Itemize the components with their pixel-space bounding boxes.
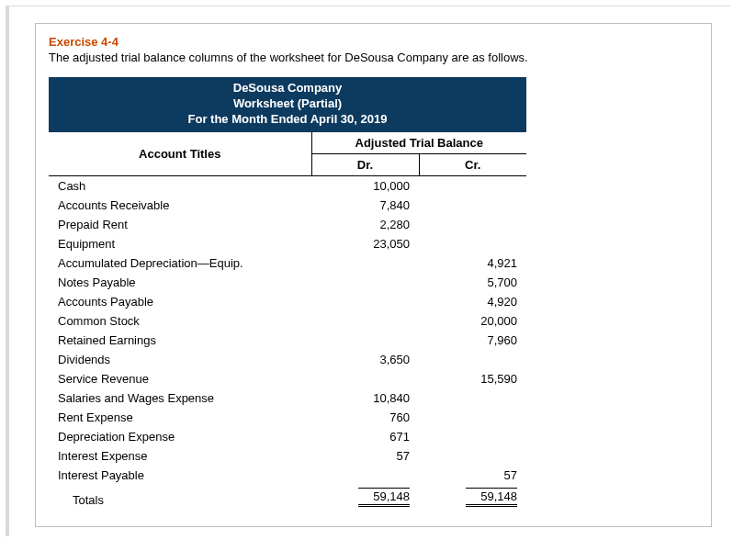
account-title-cell: Depreciation Expense	[49, 427, 311, 446]
table-row: Accounts Payable4,920	[49, 292, 526, 311]
dr-cell: 23,050	[311, 234, 419, 253]
dr-cell: 57	[311, 446, 419, 466]
cr-cell	[419, 388, 526, 408]
account-title-cell: Interest Expense	[49, 446, 311, 466]
dr-cell	[311, 292, 419, 311]
table-row: Prepaid Rent2,280	[49, 215, 526, 234]
exercise-panel: Exercise 4-4 The adjusted trial balance …	[35, 23, 712, 527]
cr-cell	[419, 446, 526, 466]
dr-cell	[311, 369, 419, 388]
cr-cell	[419, 234, 526, 253]
trial-balance-table-wrap: DeSousa Company Worksheet (Partial) For …	[49, 77, 526, 510]
dr-cell: 671	[311, 427, 419, 446]
cr-cell: 5,700	[419, 273, 526, 292]
worksheet-subtitle: Worksheet (Partial)	[49, 96, 526, 112]
account-title-cell: Interest Payable	[49, 466, 311, 485]
dr-cell: 10,000	[311, 175, 419, 196]
company-name: DeSousa Company	[49, 81, 526, 96]
table-row: Common Stock20,000	[49, 311, 526, 331]
table-row: Salaries and Wages Expense10,840	[49, 388, 526, 408]
dr-cell: 3,650	[311, 350, 419, 369]
account-title-cell: Retained Earnings	[49, 331, 311, 350]
dr-cell: 7,840	[311, 196, 419, 215]
cr-header: Cr.	[419, 153, 526, 175]
cr-cell	[419, 408, 526, 427]
account-title-cell: Accumulated Depreciation—Equip.	[49, 253, 311, 273]
cr-cell: 20,000	[419, 311, 526, 331]
account-title-cell: Equipment	[49, 234, 311, 253]
adjusted-trial-balance-header: Adjusted Trial Balance	[311, 132, 526, 154]
exercise-intro: The adjusted trial balance columns of th…	[49, 51, 698, 64]
account-title-cell: Salaries and Wages Expense	[49, 388, 311, 408]
table-row: Service Revenue15,590	[49, 369, 526, 388]
dr-cell: 10,840	[311, 388, 419, 408]
dr-cell	[311, 273, 419, 292]
cr-cell: 15,590	[419, 369, 526, 388]
account-title-cell: Accounts Payable	[49, 292, 311, 311]
account-title-cell: Prepaid Rent	[49, 215, 311, 234]
account-title-cell: Accounts Receivable	[49, 196, 311, 215]
table-row: Interest Expense57	[49, 446, 526, 466]
cr-cell	[419, 427, 526, 446]
dr-cell: 2,280	[311, 215, 419, 234]
account-title-cell: Rent Expense	[49, 408, 311, 427]
cr-cell: 4,921	[419, 253, 526, 273]
cr-cell	[419, 196, 526, 215]
table-row: Dividends3,650	[49, 350, 526, 369]
dr-cell	[311, 253, 419, 273]
table-row: Interest Payable57	[49, 466, 526, 485]
cr-cell: 4,920	[419, 292, 526, 311]
table-row: Equipment23,050	[49, 234, 526, 253]
account-title-cell: Common Stock	[49, 311, 311, 331]
dr-cell	[311, 311, 419, 331]
trial-balance-table: Account Titles Adjusted Trial Balance Dr…	[49, 132, 526, 510]
totals-cr: 59,148	[419, 485, 526, 510]
dr-cell	[311, 466, 419, 485]
dr-header: Dr.	[311, 153, 419, 175]
table-row: Retained Earnings7,960	[49, 331, 526, 350]
cr-cell	[419, 215, 526, 234]
page-container: Exercise 4-4 The adjusted trial balance …	[6, 6, 730, 536]
cr-cell	[419, 175, 526, 196]
totals-dr: 59,148	[311, 485, 419, 510]
account-title-cell: Service Revenue	[49, 369, 311, 388]
trial-balance-header: DeSousa Company Worksheet (Partial) For …	[49, 77, 526, 132]
account-titles-header: Account Titles	[49, 132, 311, 176]
account-title-cell: Cash	[49, 175, 311, 196]
table-row: Cash10,000	[49, 175, 526, 196]
cr-cell: 57	[419, 466, 526, 485]
totals-row: Totals59,14859,148	[49, 485, 526, 510]
table-row: Accumulated Depreciation—Equip.4,921	[49, 253, 526, 273]
table-row: Rent Expense760	[49, 408, 526, 427]
table-row: Notes Payable5,700	[49, 273, 526, 292]
cr-cell	[419, 350, 526, 369]
dr-cell	[311, 331, 419, 350]
totals-label: Totals	[49, 485, 311, 510]
table-row: Depreciation Expense671	[49, 427, 526, 446]
cr-cell: 7,960	[419, 331, 526, 350]
dr-cell: 760	[311, 408, 419, 427]
exercise-title: Exercise 4-4	[49, 35, 698, 49]
worksheet-period: For the Month Ended April 30, 2019	[49, 112, 526, 128]
table-row: Accounts Receivable7,840	[49, 196, 526, 215]
account-title-cell: Notes Payable	[49, 273, 311, 292]
account-title-cell: Dividends	[49, 350, 311, 369]
